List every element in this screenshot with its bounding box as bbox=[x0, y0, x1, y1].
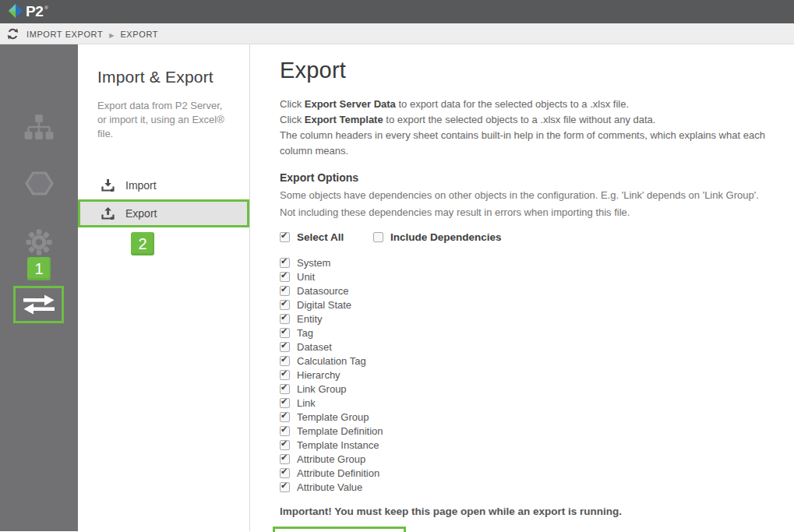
transfer-arrows-icon bbox=[22, 294, 56, 315]
object-type-checkbox[interactable] bbox=[280, 314, 290, 324]
export-options-heading: Export Options bbox=[280, 171, 794, 184]
intro-line: Click Export Template to export the sele… bbox=[280, 112, 794, 128]
object-type-label: Link Group bbox=[297, 383, 347, 395]
content-shell: 1 Import & Export Export data from P2 Se… bbox=[0, 44, 794, 531]
breadcrumb-separator-icon: ▶ bbox=[109, 32, 114, 39]
object-type-checkbox[interactable] bbox=[280, 286, 290, 296]
object-type-checkbox[interactable] bbox=[280, 440, 290, 450]
step-badge-1: 1 bbox=[27, 257, 51, 280]
highlight-box: Export Server Data bbox=[273, 527, 406, 532]
object-type-checkbox[interactable] bbox=[280, 258, 290, 268]
object-type-checkbox[interactable] bbox=[280, 468, 290, 478]
object-type-label: Unit bbox=[297, 271, 315, 283]
main-content: Export Click Export Server Data to expor… bbox=[250, 44, 794, 531]
hexagon-icon bbox=[25, 171, 54, 196]
sidebar-item-import-export[interactable] bbox=[13, 286, 64, 323]
object-type-checkbox[interactable] bbox=[280, 300, 290, 310]
menu-item-import[interactable]: Import bbox=[78, 172, 249, 198]
refresh-icon[interactable] bbox=[7, 28, 19, 40]
import-icon bbox=[101, 179, 115, 192]
p2-logo-diamond-icon bbox=[7, 3, 24, 20]
object-type-checkbox[interactable] bbox=[280, 384, 290, 394]
p2-logo[interactable]: P2 ® bbox=[7, 3, 48, 20]
breadcrumb-bar: IMPORT EXPORT▶EXPORT bbox=[0, 23, 794, 44]
object-type-row: Hierarchy bbox=[280, 368, 794, 382]
export-icon bbox=[101, 207, 115, 220]
panel-menu: Import Export bbox=[78, 172, 249, 227]
logo-registered-mark: ® bbox=[44, 5, 48, 11]
object-type-label: Template Group bbox=[297, 411, 369, 423]
object-type-label: Template Definition bbox=[297, 425, 383, 437]
object-type-label: Dataset bbox=[297, 341, 332, 353]
breadcrumb: IMPORT EXPORT▶EXPORT bbox=[26, 26, 158, 41]
gear-icon bbox=[26, 229, 52, 255]
object-type-checkbox[interactable] bbox=[280, 356, 290, 366]
object-type-checkbox[interactable] bbox=[280, 454, 290, 464]
object-type-row: Link Group bbox=[280, 382, 794, 396]
note-line: Not including these dependencies may res… bbox=[280, 204, 794, 221]
select-all-label: Select All bbox=[297, 231, 344, 243]
sidebar: 1 bbox=[0, 44, 78, 531]
menu-item-label: Export bbox=[125, 207, 157, 220]
import-export-panel: Import & Export Export data from P2 Serv… bbox=[78, 44, 250, 531]
option-checkboxes-row: Select All Include Dependencies bbox=[280, 231, 794, 243]
select-all-checkbox[interactable] bbox=[280, 232, 290, 242]
object-type-row: Entity bbox=[280, 312, 794, 326]
object-type-checkbox[interactable] bbox=[280, 272, 290, 282]
object-type-row: Link bbox=[280, 396, 794, 410]
export-buttons-row: 3 Export Server Data Export Template bbox=[273, 527, 794, 532]
important-note: Important! You must keep this page open … bbox=[280, 506, 794, 517]
object-type-label: Tag bbox=[297, 327, 313, 339]
object-type-row: Template Instance bbox=[280, 438, 794, 452]
step-badge-2: 2 bbox=[131, 232, 154, 255]
object-type-checkbox[interactable] bbox=[280, 370, 290, 380]
top-bar: P2 ® bbox=[0, 0, 794, 23]
object-type-row: Datasource bbox=[280, 284, 794, 298]
object-type-checkbox[interactable] bbox=[280, 412, 290, 422]
intro-line: Click Export Server Data to export data … bbox=[280, 97, 794, 112]
breadcrumb-item: EXPORT bbox=[120, 30, 158, 39]
object-type-row: Template Group bbox=[280, 410, 794, 424]
object-type-label: Attribute Definition bbox=[297, 467, 379, 479]
object-type-label: Attribute Value bbox=[297, 481, 362, 493]
object-type-row: Attribute Definition bbox=[280, 466, 794, 480]
object-type-checkbox[interactable] bbox=[280, 426, 290, 436]
intro-line: The column headers in every sheet contai… bbox=[280, 128, 794, 159]
object-type-row: System bbox=[280, 255, 794, 270]
panel-title: Import & Export bbox=[78, 68, 249, 86]
logo-text: P2 bbox=[26, 3, 43, 20]
sidebar-item-objects[interactable] bbox=[0, 171, 78, 196]
object-type-row: Attribute Group bbox=[280, 452, 794, 466]
sidebar-item-hierarchy[interactable] bbox=[0, 115, 78, 141]
object-type-list: SystemUnitDatasourceDigital StateEntityT… bbox=[280, 255, 794, 494]
intro-paragraphs: Click Export Server Data to export data … bbox=[280, 97, 794, 159]
object-type-label: Hierarchy bbox=[297, 369, 341, 381]
object-type-row: Tag bbox=[280, 326, 794, 340]
dependency-notes: Some objects have dependencies on other … bbox=[280, 187, 794, 221]
object-type-row: Dataset bbox=[280, 340, 794, 354]
object-type-checkbox[interactable] bbox=[280, 342, 290, 352]
object-type-checkbox[interactable] bbox=[280, 398, 290, 408]
object-type-label: Calculation Tag bbox=[297, 355, 366, 367]
object-type-label: Attribute Group bbox=[297, 453, 365, 465]
include-dependencies-label: Include Dependencies bbox=[390, 231, 502, 243]
object-type-label: Digital State bbox=[297, 299, 351, 311]
breadcrumb-item[interactable]: IMPORT EXPORT bbox=[26, 30, 103, 39]
object-type-label: System bbox=[297, 257, 330, 269]
note-line: Some objects have dependencies on other … bbox=[280, 187, 794, 204]
include-dependencies-option: Include Dependencies bbox=[373, 231, 502, 243]
include-dependencies-checkbox[interactable] bbox=[373, 232, 383, 242]
sidebar-item-settings[interactable] bbox=[0, 229, 78, 255]
object-type-row: Unit bbox=[280, 270, 794, 284]
object-type-row: Attribute Value bbox=[280, 480, 794, 494]
menu-item-export[interactable]: Export bbox=[78, 199, 249, 227]
object-type-label: Link bbox=[297, 397, 316, 409]
object-type-checkbox[interactable] bbox=[280, 482, 290, 492]
object-type-label: Entity bbox=[297, 313, 323, 325]
object-type-row: Calculation Tag bbox=[280, 354, 794, 368]
object-type-row: Digital State bbox=[280, 298, 794, 312]
page-title: Export bbox=[280, 58, 794, 83]
menu-item-label: Import bbox=[125, 179, 157, 192]
panel-description: Export data from P2 Server, or import it… bbox=[78, 99, 249, 141]
object-type-checkbox[interactable] bbox=[280, 328, 290, 338]
